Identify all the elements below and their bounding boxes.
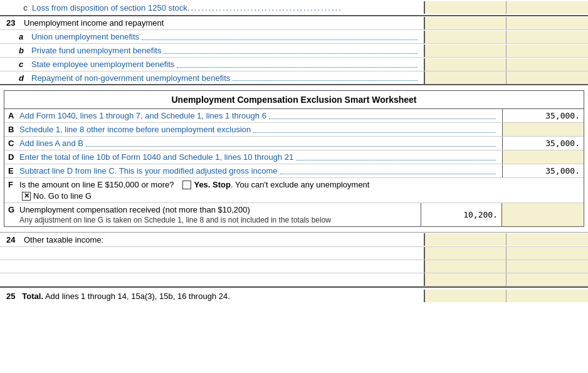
ws-dot-e [280,168,496,174]
line-23b-label-area: b Private fund unemployment benefits [0,45,424,56]
line-23-input-right[interactable] [507,17,588,29]
ws-row-a: A Add Form 1040, lines 1 through 7, and … [4,109,584,123]
ws-dot-b [253,127,496,133]
line-23d-inputs [424,71,588,84]
line-25-section: 25 Total. Add lines 1 through 14, 15a(3)… [0,286,588,304]
truncated-cols [424,1,588,14]
ws-row-d: D Enter the total of line 10b of Form 10… [4,150,584,164]
truncated-label: c Loss from disposition of section 1250 … [0,2,424,14]
ws-row-g-value: 10,200. [421,203,502,226]
ws-row-d-input[interactable] [502,150,584,164]
line-23b-row: b Private fund unemployment benefits [0,44,588,58]
line-23b-inputs [424,45,588,57]
ws-row-f-yes-section: Yes. Stop. You can't exclude any unemplo… [180,180,369,189]
yes-label: Yes. Stop. You can't exclude any unemplo… [194,180,369,189]
line-24-extra-right-2[interactable] [507,260,588,273]
ws-row-f: F Is the amount on line E $150,000 or mo… [4,178,584,203]
line-23d-row: d Repayment of non-government unemployme… [0,71,588,85]
line-24-extra-row-2 [0,260,588,273]
ws-dot-c [86,140,496,147]
ws-row-b-input[interactable] [502,123,584,136]
line-24-extra-inputs-1 [424,247,588,260]
line-24-inputs [424,233,588,246]
dot-line-23b [164,48,417,54]
dot-line-23c [177,61,417,68]
line-23-label: 23 Unemployment income and repayment [0,17,424,29]
line-24-row: 24 Other taxable income: [0,233,588,246]
line-25-inputs [424,290,588,302]
line-23-input-left[interactable] [425,17,507,29]
line-23a-input-right[interactable] [507,31,588,43]
line-23d-input-right[interactable] [507,71,588,84]
ws-row-g-label-area: G Unemployment compensation received (no… [4,203,421,226]
ws-row-g-main: G Unemployment compensation received (no… [8,205,417,214]
line-23a-inputs [424,31,588,43]
ws-dot-d [296,154,496,160]
line-24-label: 24 Other taxable income: [0,234,424,246]
dot-line-23a [142,34,417,40]
line-23b-input-left[interactable] [425,45,507,57]
line-24-extra-row-3 [0,273,588,286]
checkbox-no[interactable]: ✕ [22,192,31,201]
ws-row-g-note: Any adjustment on line G is taken on Sch… [8,216,417,224]
ws-row-c: C Add lines A and B 35,000. [4,137,584,150]
line-24-extra-left-3[interactable] [425,273,507,286]
line-24-extra-inputs-2 [424,260,588,273]
ws-row-e-value: 35,000. [502,164,584,177]
line-23a-label-area: a Union unemployment benefits [0,31,424,43]
truncated-top-row: c Loss from disposition of section 1250 … [0,0,588,16]
line-24-extra-left-2[interactable] [425,260,507,273]
line-23a-row: a Union unemployment benefits [0,30,588,44]
line-23-row: 23 Unemployment income and repayment [0,16,588,30]
ws-row-g: G Unemployment compensation received (no… [4,203,584,226]
line-24-input-left[interactable] [425,233,507,246]
line-23b-input-right[interactable] [507,45,588,57]
ws-row-g-right-input[interactable] [502,203,584,226]
line-24-extra-row-1 [0,246,588,260]
line-23c-input-right[interactable] [507,58,588,71]
line-23-inputs [424,17,588,29]
truncated-input-right[interactable] [507,1,588,14]
line-24-extra-left-1[interactable] [425,247,507,260]
ws-dot-a [269,113,496,119]
line-24-extra-label-1 [0,247,424,260]
checkbox-yes[interactable] [182,181,191,189]
line-24-extra-right-3[interactable] [507,273,588,286]
dot-line-23d [233,75,417,81]
line-24-extra-inputs-3 [424,273,588,286]
line-23d-input-left[interactable] [425,71,507,84]
worksheet-box: Unemployment Compensation Exclusion Smar… [4,90,584,227]
line-25-label: 25 Total. Add lines 1 through 14, 15a(3)… [0,290,424,302]
ws-row-e-label: E Subtract line D from line C. This is y… [4,164,502,177]
line-23a-input-left[interactable] [425,31,507,43]
ws-row-b: B Schedule 1, line 8 other income before… [4,123,584,137]
line-23c-inputs [424,58,588,71]
line-23d-label-area: d Repayment of non-government unemployme… [0,72,424,84]
ws-row-e: E Subtract line D from line C. This is y… [4,164,584,178]
ws-row-a-value: 35,000. [502,109,584,122]
line-25-input-right[interactable] [507,290,588,302]
line-24-section: 24 Other taxable income: [0,232,588,286]
tax-form-page: c Loss from disposition of section 1250 … [0,0,588,304]
ws-row-a-label: A Add Form 1040, lines 1 through 7, and … [4,109,502,122]
line-24-input-right[interactable] [507,233,588,246]
worksheet-title: Unemployment Compensation Exclusion Smar… [4,91,584,109]
ws-row-f-no-section: ✕ No. Go to line G [8,191,580,201]
ws-row-c-value: 35,000. [502,137,584,150]
line-24-extra-label-3 [0,273,424,286]
ws-row-d-label: D Enter the total of line 10b of Form 10… [4,150,502,164]
truncated-input-left[interactable] [425,1,507,14]
ws-row-c-label: C Add lines A and B [4,137,502,150]
no-label: No. Go to line G [33,191,92,201]
line-23c-row: c State employee unemployment benefits [0,58,588,71]
line-25-input-left[interactable] [425,290,507,302]
ws-row-f-inner: F Is the amount on line E $150,000 or mo… [8,180,580,189]
line-24-extra-label-2 [0,260,424,273]
ws-row-b-label: B Schedule 1, line 8 other income before… [4,123,502,136]
line-23c-label-area: c State employee unemployment benefits [0,58,424,70]
line-23c-input-left[interactable] [425,58,507,71]
line-24-extra-right-1[interactable] [507,247,588,260]
